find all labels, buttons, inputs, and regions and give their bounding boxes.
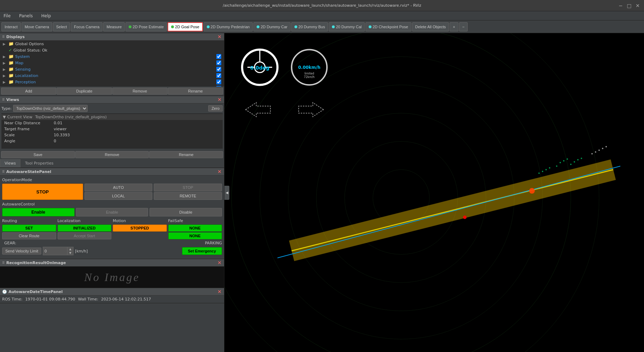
viz-canvas[interactable]: 0.0deg 0.00km/h limited 72km/h — [224, 33, 644, 352]
views-type-select[interactable]: TopDownOrtho (rviz_default_plugins) — [13, 105, 88, 112]
tree-item-map[interactable]: ▶ 📁 Map — [0, 60, 224, 66]
save-view-button[interactable]: Save — [1, 151, 75, 158]
map-checkbox[interactable] — [216, 60, 221, 65]
svg-rect-0 — [224, 39, 644, 346]
stop-button[interactable]: STOP — [2, 184, 83, 200]
views-close-icon[interactable]: ✕ — [217, 97, 222, 102]
checkmark-icon: ✓ — [8, 48, 12, 53]
goal-pose-button[interactable]: 2D Goal Pose — [168, 22, 203, 31]
duplicate-display-button[interactable]: Duplicate — [57, 88, 112, 95]
menu-file[interactable]: File — [2, 13, 12, 19]
views-scale-value: 10.3393 — [54, 133, 70, 137]
views-zero-button[interactable]: Zero — [208, 105, 223, 112]
displays-title: Displays — [6, 35, 25, 39]
checkpoint-pose-button[interactable]: 2D Checkpoint Pose — [365, 22, 411, 31]
tree-item-system[interactable]: ▶ 📁 System — [0, 53, 224, 60]
tab-views[interactable]: Views — [0, 159, 21, 167]
datetime-clock-icon: 🕐 — [2, 290, 7, 294]
auto-button[interactable]: AUTO — [84, 184, 153, 191]
rename-view-button[interactable]: Rename — [149, 151, 223, 158]
localization-col: Localization INITIALIZED Accept Start — [58, 219, 112, 239]
motion-label: Motion — [113, 219, 167, 223]
none2-button[interactable]: NONE — [168, 232, 222, 239]
set-emergency-button[interactable]: Set Emergency — [182, 247, 222, 255]
views-current-header: ▼ Current View TopDownOrtho (rviz_defaul… — [1, 114, 223, 120]
tree-item-global-options[interactable]: ▶ 📁 Global Options — [0, 41, 224, 47]
remove-view-button[interactable]: Remove — [75, 151, 149, 158]
enable2-button[interactable]: Enable — [76, 208, 148, 216]
close-button[interactable]: ✕ — [634, 2, 641, 9]
perception-checkbox[interactable] — [216, 79, 221, 84]
datetime-close-icon[interactable]: ✕ — [217, 289, 222, 294]
rename-display-button[interactable]: Rename — [168, 88, 223, 95]
tree-arrow: ▶ — [3, 42, 7, 46]
move-camera-button[interactable]: Move Camera — [22, 22, 52, 31]
svg-point-27 — [598, 150, 600, 151]
initialized-button[interactable]: INITIALIZED — [58, 225, 112, 232]
spinner-arrows: ▲ ▼ — [68, 247, 74, 255]
stopped-button[interactable]: STOPPED — [113, 225, 167, 232]
interact-button[interactable]: Interact — [1, 22, 21, 31]
displays-tree: ▶ 📁 Global Options ▶ ✓ Global Status: Ok… — [0, 41, 224, 86]
tab-tool-properties[interactable]: Tool Properties — [21, 159, 58, 167]
add-tool-button[interactable]: + — [450, 22, 458, 31]
remove-tool-button[interactable]: − — [459, 22, 468, 31]
wall-time-value: 2023-06-14 12:02:21.517 — [101, 297, 151, 302]
tree-item-localization[interactable]: ▶ 📁 Localization — [0, 72, 224, 79]
views-prop-angle: Angle 0 — [1, 138, 223, 144]
spinner-down[interactable]: ▼ — [68, 251, 73, 255]
tree-item-sensing[interactable]: ▶ 📁 Sensing — [0, 66, 224, 72]
views-tabs-bar: Views Tool Properties — [0, 159, 224, 168]
velocity-input[interactable]: 0 — [43, 247, 68, 255]
enable-button[interactable]: Enable — [2, 208, 75, 216]
tree-item-perception[interactable]: ▶ 📁 Perception — [0, 79, 224, 85]
panel-collapse-button[interactable]: ◀ — [224, 186, 229, 200]
planning-checkbox[interactable] — [216, 86, 221, 86]
folder-icon: 📁 — [8, 54, 14, 59]
delete-all-button[interactable]: Delete All Objects — [412, 22, 449, 31]
localization-checkbox[interactable] — [216, 73, 221, 78]
views-tree: ▼ Current View TopDownOrtho (rviz_defaul… — [1, 113, 223, 149]
none-button[interactable]: NONE — [168, 225, 222, 232]
pose-estimate-button[interactable]: 2D Pose Estimate — [125, 22, 167, 31]
dummy-bus-button[interactable]: 20 Dummy Bus — [291, 22, 328, 31]
remote-button[interactable]: REMOTE — [154, 192, 222, 200]
displays-close-icon[interactable]: ✕ — [217, 34, 222, 39]
datetime-panel: 🕐 AutowareDateTimePanel ✕ ROS Time: 1970… — [0, 288, 224, 303]
sensing-checkbox[interactable] — [216, 67, 221, 72]
menu-panels[interactable]: Panels — [18, 13, 34, 19]
dummy-pedestrian-icon — [207, 25, 210, 28]
spinner-up[interactable]: ▲ — [68, 247, 73, 251]
minimize-button[interactable]: − — [617, 2, 624, 9]
send-velocity-button[interactable]: Send Velocity Limit — [2, 247, 41, 255]
measure-button[interactable]: Measure — [103, 22, 125, 31]
tree-item-global-status[interactable]: ▶ ✓ Global Status: Ok — [0, 47, 224, 53]
tree-label: Global Status: Ok — [13, 48, 47, 53]
menu-help[interactable]: Help — [40, 13, 52, 19]
svg-text:72km/h: 72km/h — [304, 76, 315, 79]
svg-text:0.0deg: 0.0deg — [250, 65, 269, 71]
disable-button[interactable]: Disable — [150, 208, 222, 216]
dummy-car-button[interactable]: 2D Dummy Car — [253, 22, 291, 31]
stop2-button[interactable]: STOP — [154, 184, 222, 191]
local-button[interactable]: LOCAL — [84, 192, 153, 200]
system-checkbox[interactable] — [216, 54, 221, 59]
dummy-cal-button[interactable]: 20 Dummy Cal — [329, 22, 365, 31]
recognition-close-icon[interactable]: ✕ — [217, 260, 222, 265]
accept-start-button[interactable]: Accept Start — [58, 232, 112, 239]
tree-label-sensing: Sensing — [15, 67, 30, 72]
autoware-close-icon[interactable]: ✕ — [217, 169, 222, 174]
maximize-button[interactable]: □ — [626, 2, 633, 9]
select-button[interactable]: Select — [53, 22, 70, 31]
left-panel: ⠿ Displays ✕ ▶ 📁 Global Options ▶ ✓ Glob… — [0, 33, 224, 352]
recognition-header: ⠿ RecognitionResultOnImage ✕ — [0, 259, 224, 267]
displays-section: ⠿ Displays ✕ ▶ 📁 Global Options ▶ ✓ Glob… — [0, 33, 224, 96]
add-display-button[interactable]: Add — [1, 88, 56, 95]
displays-buttons-bar: Add Duplicate Remove Rename — [0, 86, 224, 96]
remove-display-button[interactable]: Remove — [112, 88, 168, 95]
clear-route-button[interactable]: Clear Route — [2, 232, 56, 239]
views-title: Views — [6, 97, 19, 102]
focus-camera-button[interactable]: Focus Camera — [71, 22, 103, 31]
set-button[interactable]: SET — [2, 225, 56, 232]
dummy-pedestrian-button[interactable]: 2D Dummy Pedestrian — [204, 22, 253, 31]
